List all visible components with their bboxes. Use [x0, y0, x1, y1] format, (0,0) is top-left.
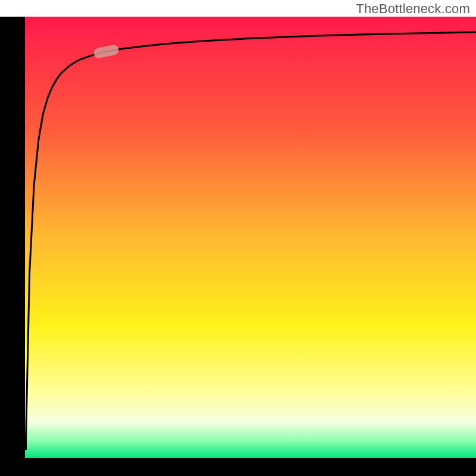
axis-left	[0, 17, 25, 476]
bottleneck-chart	[0, 0, 476, 476]
axis-bottom	[0, 458, 476, 476]
plot-background	[25, 17, 476, 458]
